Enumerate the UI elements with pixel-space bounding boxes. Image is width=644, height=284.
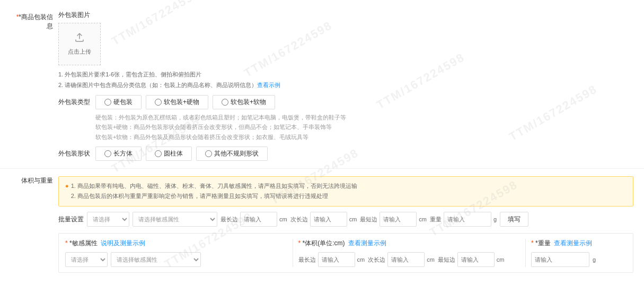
view-example-link[interactable]: 查看示例 xyxy=(257,82,280,88)
shape-cyl[interactable]: 圆柱体 xyxy=(146,147,192,161)
attr-divider-2 xyxy=(525,239,526,267)
batch-sensitive-select[interactable]: 请选择敏感属性 xyxy=(133,212,217,227)
batch-weight-label: 重量 xyxy=(430,216,442,223)
weight-col: * *重量 查看测量示例 g xyxy=(531,239,627,267)
packaging-content: 外包装图片 点击上传 1. 外包装图片要求1-6张，需包含正拍、侧拍和俯拍图片 … xyxy=(58,11,633,166)
volume-section: 体积与重量 ● 1. 商品如果带有纯电、内电、磁性、液体、粉末、膏体、刀具敏感属… xyxy=(0,171,644,279)
vol-longest-input[interactable] xyxy=(318,252,355,267)
batch-longest-label: 最长边 xyxy=(220,216,238,223)
vol-shortest-group: 最短边 cm xyxy=(438,252,505,267)
shape-rect-label: 长方体 xyxy=(113,149,133,158)
batch-second-unit: cm xyxy=(349,216,357,222)
shape-rect[interactable]: 长方体 xyxy=(95,147,142,161)
warning-box: ● 1. 商品如果带有纯电、内电、磁性、液体、粉末、膏体、刀具敏感属性，请严格且… xyxy=(58,176,633,207)
volume-content: ● 1. 商品如果带有纯电、内电、磁性、液体、粉末、膏体、刀具敏感属性，请严格且… xyxy=(58,176,633,273)
batch-longest-input[interactable] xyxy=(240,212,277,227)
weight-col-input[interactable] xyxy=(531,252,589,267)
sensitivity-required: * xyxy=(65,239,68,247)
vol-longest-label: 最长边 xyxy=(298,256,316,264)
batch-second-input[interactable] xyxy=(310,212,347,227)
vol-shortest-input[interactable] xyxy=(457,252,495,267)
type-desc-2: 软包装+硬物：商品外包装形状会随着挤压会改变形状，但商品不会；如笔记本、手串装饰… xyxy=(95,122,346,132)
vol-second-label: 次长边 xyxy=(368,256,385,264)
packaging-section-label: **商品包装信息 xyxy=(11,11,58,31)
weight-required: * xyxy=(531,239,534,247)
warning-text-1: 1. 商品如果带有纯电、内电、磁性、液体、粉末、膏体、刀具敏感属性，请严格且如实… xyxy=(71,181,357,192)
type-content: 硬包装 软包装+硬物 软包装+软物 硬包装：外包装为原色瓦楞纸箱，或者彩色纸箱且… xyxy=(95,95,346,142)
shape-other-label: 其他不规则形状 xyxy=(214,149,259,158)
batch-shortest-input[interactable] xyxy=(380,212,417,227)
vol-second-group: 次长边 cm xyxy=(368,252,435,267)
shape-radio-group: 长方体 圆柱体 其他不规则形状 xyxy=(95,147,268,161)
type-soft-hard[interactable]: 软包装+硬物 xyxy=(146,95,208,109)
shape-cyl-radio[interactable] xyxy=(155,150,162,157)
type-description: 硬包装：外包装为原色瓦楞纸箱，或者彩色纸箱且塑封；如笔记本电脑，电饭煲，带鞋盒的… xyxy=(95,113,346,142)
volume-col-inputs: 最长边 cm 次长边 cm 最短边 cm xyxy=(298,252,510,267)
upload-icon xyxy=(74,32,85,46)
type-soft-hard-label: 软包装+硬物 xyxy=(164,98,199,107)
batch-weight-group: 重量 g xyxy=(430,212,497,227)
sensitivity-label-text: *敏感属性 xyxy=(69,239,98,247)
batch-longest-group: 最长边 cm xyxy=(220,212,287,227)
sensitivity-select1[interactable]: 请选择 xyxy=(65,252,108,267)
outer-image-label: 外包装图片 xyxy=(58,11,633,20)
volume-label-text: *体积(单位:cm) xyxy=(303,239,345,247)
type-soft-hard-radio[interactable] xyxy=(155,99,162,106)
vol-second-unit: cm xyxy=(427,256,435,263)
warning-line-1: ● 1. 商品如果带有纯电、内电、磁性、液体、粉末、膏体、刀具敏感属性，请严格且… xyxy=(65,181,627,192)
sensitivity-select2[interactable]: 请选择敏感属性 xyxy=(111,252,201,267)
batch-second-group: 次长边 cm xyxy=(290,212,357,227)
type-hard-radio[interactable] xyxy=(104,99,111,106)
type-desc-3: 软包装+软物：商品外包装及商品形状会随着挤压会改变形状；如衣服、毛绒玩具等 xyxy=(95,132,346,142)
page-container: TTM/167224598 TTM/167224598 TTM/16722459… xyxy=(0,0,644,284)
type-row: 外包装类型 硬包装 软包装+硬物 软包装+软物 xyxy=(58,95,633,142)
batch-row: 批量设置 请选择 请选择敏感属性 最长边 cm 次长边 cm xyxy=(58,212,633,227)
sensitivity-col: * *敏感属性 说明及测量示例 请选择 请选择敏感属性 xyxy=(65,239,287,267)
upload-tip-1: 1. 外包装图片要求1-6张，需包含正拍、侧拍和俯拍图片 xyxy=(58,70,633,80)
vol-shortest-label: 最短边 xyxy=(438,256,455,264)
attr-divider-1 xyxy=(293,239,293,267)
batch-label: 批量设置 xyxy=(58,215,84,224)
vol-longest-group: 最长边 cm xyxy=(298,252,365,267)
shape-rect-radio[interactable] xyxy=(104,150,111,157)
upload-tip-2: 2. 请确保图片中包含商品分类信息（如：包装上的商品名称、商品说明信息）查看示例 xyxy=(58,80,633,91)
type-soft-soft-label: 软包装+软物 xyxy=(231,98,266,107)
type-soft-soft[interactable]: 软包装+软物 xyxy=(213,95,275,109)
vol-shortest-unit: cm xyxy=(497,256,505,263)
type-desc-1: 硬包装：外包装为原色瓦楞纸箱，或者彩色纸箱且塑封；如笔记本电脑，电饭煲，带鞋盒的… xyxy=(95,113,346,123)
type-label: 外包装类型 xyxy=(58,95,95,107)
warning-text-2: 2. 商品包装后的体积与重量严重影响定价与销售，请严格测量且如实填写，填写错误将… xyxy=(71,191,328,202)
batch-second-label: 次长边 xyxy=(290,216,308,223)
shape-row: 外包装形状 长方体 圆柱体 其他不规则形状 xyxy=(58,147,633,161)
volume-required: * xyxy=(298,239,301,247)
packaging-section: **商品包装信息 外包装图片 点击上传 1. 外包装图片要求1-6张，需包含正拍… xyxy=(0,5,644,166)
sensitivity-inputs: 请选择 请选择敏感属性 xyxy=(65,252,277,267)
weight-col-title: * *重量 查看测量示例 xyxy=(531,239,627,248)
batch-weight-input[interactable] xyxy=(444,212,491,227)
batch-weight-unit: g xyxy=(493,216,497,222)
batch-longest-unit: cm xyxy=(279,216,287,222)
upload-button[interactable]: 点击上传 xyxy=(58,23,101,65)
divider-1 xyxy=(0,168,644,169)
attribute-row: * *敏感属性 说明及测量示例 请选择 请选择敏感属性 xyxy=(58,233,633,273)
batch-shortest-group: 最短边 cm xyxy=(360,212,427,227)
volume-col: * *体积(单位:cm) 查看测量示例 最长边 cm 次长边 xyxy=(298,239,521,267)
vol-longest-unit: cm xyxy=(357,256,365,263)
volume-example-link[interactable]: 查看测量示例 xyxy=(348,239,386,247)
weight-example-link[interactable]: 查看测量示例 xyxy=(554,239,592,247)
weight-col-inputs: g xyxy=(531,252,627,267)
type-hard[interactable]: 硬包装 xyxy=(95,95,142,109)
shape-other[interactable]: 其他不规则形状 xyxy=(196,147,268,161)
sensitivity-title: * *敏感属性 说明及测量示例 xyxy=(65,239,277,248)
batch-shortest-unit: cm xyxy=(419,216,427,222)
type-soft-soft-radio[interactable] xyxy=(222,99,228,106)
type-radio-group: 硬包装 软包装+硬物 软包装+软物 xyxy=(95,95,346,109)
upload-tips: 1. 外包装图片要求1-6张，需包含正拍、侧拍和俯拍图片 2. 请确保图片中包含… xyxy=(58,70,633,91)
batch-select[interactable]: 请选择 xyxy=(87,212,129,227)
sensitivity-example-link[interactable]: 说明及测量示例 xyxy=(101,239,145,247)
shape-cyl-label: 圆柱体 xyxy=(164,149,183,158)
upload-text: 点击上传 xyxy=(68,48,91,56)
vol-second-input[interactable] xyxy=(387,252,425,267)
shape-other-radio[interactable] xyxy=(205,150,212,157)
fill-button[interactable]: 填写 xyxy=(500,212,528,227)
